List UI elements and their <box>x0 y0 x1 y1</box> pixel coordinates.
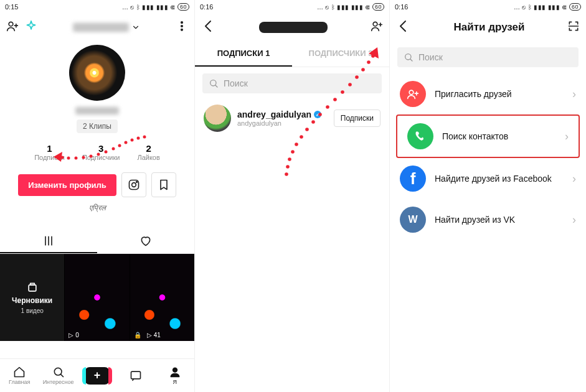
nav-create[interactable]: + <box>78 359 116 392</box>
status-icons: …⎋ᛒ▮▮▮▮▮▮⋐ 60 <box>514 3 581 11</box>
status-time: 0:16 <box>395 3 408 11</box>
tab-followers[interactable]: ПОДПИСЧИКИ 3 <box>292 41 389 67</box>
svg-point-24 <box>373 22 377 26</box>
user-row[interactable]: andrey_gaidulyan ✓ andygaidulyan Подписк… <box>195 100 389 137</box>
status-bar: 0:16 …⎋ᛒ▮▮▮▮▮▮⋐ 60 <box>195 0 389 14</box>
row-facebook[interactable]: f Найдите друзей из Facebook › <box>390 158 586 199</box>
status-bar: 0:16 …⎋ᛒ▮▮▮▮▮▮⋐ 60 <box>390 0 586 14</box>
search-field[interactable]: Поиск <box>202 73 382 93</box>
status-icons: …⎋ᛒ▮▮▮▮▮▮⋐ 60 <box>122 3 189 11</box>
bookmark-button[interactable] <box>151 172 176 197</box>
svg-point-44 <box>409 90 414 95</box>
svg-point-3 <box>181 29 183 31</box>
following-button[interactable]: Подписки <box>334 110 380 127</box>
bottom-nav: Главная Интересное + Я <box>0 358 194 392</box>
drafts-tile[interactable]: Черновики 1 видео <box>0 254 64 341</box>
scan-icon[interactable] <box>567 20 580 35</box>
back-icon[interactable] <box>201 19 216 36</box>
user-sub: andygaidulyan <box>237 119 328 127</box>
edit-profile-button[interactable]: Изменить профиль <box>18 174 116 196</box>
svg-point-6 <box>136 182 138 183</box>
svg-rect-7 <box>29 284 36 291</box>
invite-icon <box>400 81 426 107</box>
video-grid: Черновики 1 видео ▷0 🔒▷41 <box>0 254 194 341</box>
search-placeholder: Поиск <box>224 78 248 88</box>
add-friend-icon[interactable] <box>371 20 383 35</box>
svg-point-2 <box>181 26 183 27</box>
svg-point-10 <box>172 368 177 372</box>
nav-discover[interactable]: Интересное <box>39 359 77 392</box>
panel2-title <box>259 22 328 33</box>
svg-rect-9 <box>131 371 141 379</box>
chevron-right-icon: › <box>565 130 569 143</box>
status-bar: 0:15 …⎋ᛒ▮▮▮▮▮▮⋐ 60 <box>0 0 194 14</box>
user-avatar <box>204 105 231 132</box>
video-tile-2[interactable]: ▷0 <box>65 254 129 341</box>
nav-inbox[interactable] <box>116 359 155 392</box>
stat-likes[interactable]: 2 Лайков <box>137 143 159 161</box>
tab-grid[interactable] <box>0 230 97 253</box>
nav-profile[interactable]: Я <box>156 359 194 392</box>
row-find-contacts[interactable]: Поиск контактов › <box>397 116 579 157</box>
svg-point-1 <box>181 22 183 24</box>
profile-handle <box>75 107 119 114</box>
chevron-right-icon: › <box>572 213 576 226</box>
sparkle-icon[interactable] <box>25 20 37 35</box>
profile-avatar[interactable] <box>69 45 125 101</box>
instagram-button[interactable] <box>121 172 146 197</box>
svg-point-5 <box>131 183 136 187</box>
more-icon[interactable] <box>176 20 188 35</box>
status-time: 0:15 <box>5 3 18 11</box>
status-icons: …⎋ᛒ▮▮▮▮▮▮⋐ 60 <box>317 3 384 11</box>
verified-icon: ✓ <box>314 111 321 118</box>
phone-icon <box>407 123 433 149</box>
search-placeholder: Поиск <box>418 52 443 62</box>
tab-following[interactable]: ПОДПИСКИ 1 <box>195 41 292 67</box>
video-tile-3[interactable]: 🔒▷41 <box>130 254 194 341</box>
chevron-right-icon: › <box>572 88 576 101</box>
stat-following[interactable]: 1 Подписки <box>34 143 65 161</box>
nav-home[interactable]: Главная <box>0 359 39 392</box>
profile-header <box>0 14 194 41</box>
add-friend-icon[interactable] <box>6 20 19 35</box>
row-invite-friends[interactable]: Пригласить друзей › <box>390 73 586 114</box>
status-time: 0:16 <box>200 3 213 11</box>
profile-bio: एप्रिल <box>89 203 106 212</box>
svg-point-0 <box>9 22 13 26</box>
chevron-right-icon: › <box>572 172 576 185</box>
username-dropdown[interactable] <box>73 23 140 32</box>
row-vk[interactable]: W Найти друзей из VK › <box>390 199 586 240</box>
facebook-icon: f <box>400 166 426 192</box>
search-field[interactable]: Поиск <box>397 47 579 67</box>
user-name: andrey_gaidulyan <box>237 110 311 119</box>
page-title: Найти друзей <box>454 21 525 34</box>
back-icon[interactable] <box>396 19 411 36</box>
stat-followers[interactable]: 3 Подписчики <box>82 143 120 161</box>
clips-chip[interactable]: 2 Клипы <box>77 119 118 133</box>
tab-liked[interactable] <box>97 230 194 253</box>
vk-icon: W <box>400 207 426 233</box>
